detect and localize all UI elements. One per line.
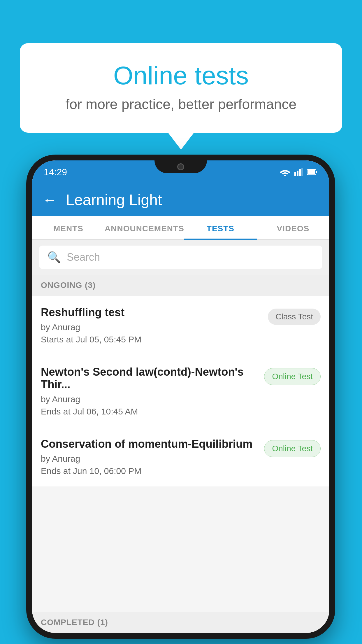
speech-bubble-subtitle: for more practice, better performance bbox=[43, 96, 319, 112]
tab-tests[interactable]: TESTS bbox=[184, 216, 257, 239]
ongoing-section-header: ONGOING (3) bbox=[32, 275, 329, 296]
speech-bubble-title: Online tests bbox=[43, 61, 319, 90]
phone-notch bbox=[154, 160, 207, 173]
test-info-3: Conservation of momentum-Equilibrium by … bbox=[41, 438, 264, 476]
test-item[interactable]: Newton's Second law(contd)-Newton's Thir… bbox=[32, 355, 329, 427]
phone-camera bbox=[177, 163, 184, 170]
test-name-2: Newton's Second law(contd)-Newton's Thir… bbox=[41, 366, 258, 391]
signal-icon bbox=[294, 168, 303, 176]
tab-videos[interactable]: VIDEOS bbox=[257, 216, 329, 239]
test-item[interactable]: Reshuffling test by Anurag Starts at Jul… bbox=[32, 296, 329, 355]
app-header-title: Learning Light bbox=[66, 191, 162, 209]
phone-inner: 14:29 bbox=[32, 160, 329, 633]
test-info-1: Reshuffling test by Anurag Starts at Jul… bbox=[41, 306, 268, 344]
status-icons bbox=[280, 168, 318, 176]
test-date-3: Ends at Jun 10, 06:00 PM bbox=[41, 466, 258, 476]
test-author-1: by Anurag bbox=[41, 322, 262, 332]
svg-rect-1 bbox=[297, 171, 298, 176]
battery-icon bbox=[307, 169, 318, 175]
test-author-3: by Anurag bbox=[41, 454, 258, 464]
svg-rect-5 bbox=[316, 171, 317, 173]
svg-rect-2 bbox=[299, 169, 301, 176]
search-placeholder: Search bbox=[67, 251, 100, 263]
status-time: 14:29 bbox=[44, 167, 67, 178]
test-date-1: Starts at Jul 05, 05:45 PM bbox=[41, 335, 262, 344]
test-date-2: Ends at Jul 06, 10:45 AM bbox=[41, 407, 258, 416]
status-bar: 14:29 bbox=[32, 160, 329, 184]
tabs-bar: MENTS ANNOUNCEMENTS TESTS VIDEOS bbox=[32, 216, 329, 240]
svg-rect-6 bbox=[308, 170, 315, 174]
search-icon: 🔍 bbox=[47, 251, 61, 264]
tab-ments[interactable]: MENTS bbox=[32, 216, 105, 239]
svg-rect-0 bbox=[294, 172, 296, 176]
svg-rect-3 bbox=[301, 168, 303, 176]
back-button[interactable]: ← bbox=[43, 192, 57, 207]
phone-container: 14:29 bbox=[26, 155, 335, 639]
test-info-2: Newton's Second law(contd)-Newton's Thir… bbox=[41, 366, 264, 416]
test-author-2: by Anurag bbox=[41, 394, 258, 404]
app-header: ← Learning Light bbox=[32, 184, 329, 216]
test-item[interactable]: Conservation of momentum-Equilibrium by … bbox=[32, 427, 329, 487]
test-badge-1: Class Test bbox=[268, 309, 321, 325]
test-badge-2: Online Test bbox=[264, 368, 321, 385]
wifi-icon bbox=[280, 168, 290, 176]
tab-announcements[interactable]: ANNOUNCEMENTS bbox=[105, 216, 184, 239]
test-badge-3: Online Test bbox=[264, 440, 321, 457]
search-container: 🔍 Search bbox=[32, 240, 329, 275]
test-name-1: Reshuffling test bbox=[41, 306, 262, 319]
completed-section-header: COMPLETED (1) bbox=[32, 612, 329, 633]
test-list: Reshuffling test by Anurag Starts at Jul… bbox=[32, 296, 329, 487]
search-box[interactable]: 🔍 Search bbox=[39, 246, 322, 269]
speech-bubble: Online tests for more practice, better p… bbox=[20, 43, 342, 133]
test-name-3: Conservation of momentum-Equilibrium bbox=[41, 438, 258, 450]
